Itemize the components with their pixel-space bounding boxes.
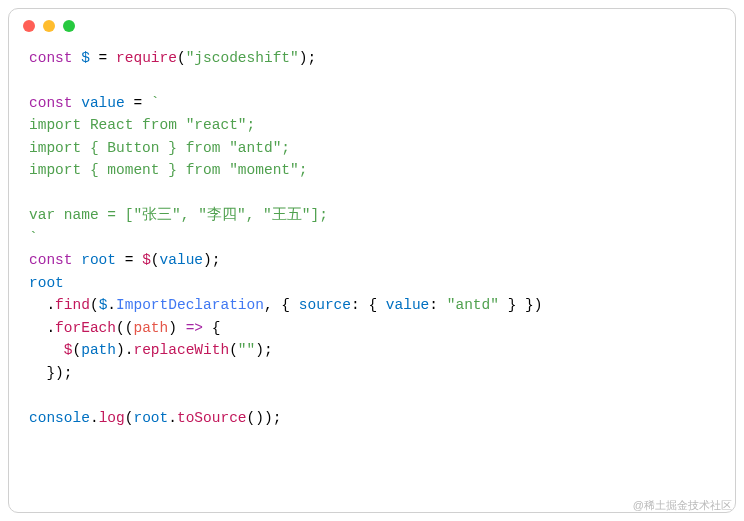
- code-line: });: [29, 365, 73, 381]
- code-line: .find($.ImportDeclaration, { source: { v…: [29, 297, 542, 313]
- code-line: console.log(root.toSource());: [29, 410, 281, 426]
- code-line: const root = $(value);: [29, 252, 220, 268]
- code-line: const value = `: [29, 95, 160, 111]
- window-titlebar: [9, 9, 735, 43]
- code-block: const $ = require("jscodeshift"); const …: [9, 43, 735, 449]
- code-line: const $ = require("jscodeshift");: [29, 50, 316, 66]
- code-line: root: [29, 275, 64, 291]
- code-line: .forEach((path) => {: [29, 320, 220, 336]
- code-line: import { moment } from "moment";: [29, 162, 307, 178]
- code-window: const $ = require("jscodeshift"); const …: [8, 8, 736, 513]
- code-line: `: [29, 230, 38, 246]
- close-icon[interactable]: [23, 20, 35, 32]
- code-line: var name = ["张三", "李四", "王五"];: [29, 207, 328, 223]
- code-line: $(path).replaceWith("");: [29, 342, 273, 358]
- maximize-icon[interactable]: [63, 20, 75, 32]
- watermark-text: @稀土掘金技术社区: [633, 498, 732, 513]
- code-line: import { Button } from "antd";: [29, 140, 290, 156]
- code-line: import React from "react";: [29, 117, 255, 133]
- minimize-icon[interactable]: [43, 20, 55, 32]
